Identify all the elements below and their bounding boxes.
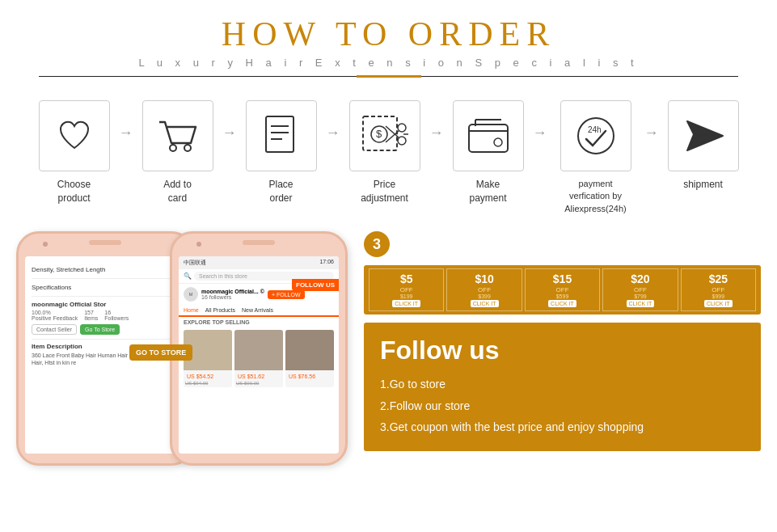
phone2-nav: Home All Products New Arrivals — [179, 305, 339, 317]
arrow-6: → — [644, 100, 659, 141]
step-choose-product: Chooseproduct — [30, 100, 119, 205]
header: HOW TO ORDER L u x u r y H a i r E x t e… — [0, 0, 777, 82]
coupon4-click[interactable]: CLICK IT — [627, 300, 655, 307]
phone2-avatar: M — [184, 287, 198, 302]
step-label-5: Makepayment — [469, 178, 506, 205]
phone2-product-2-info: US $51.62 US $90.00 — [234, 370, 283, 387]
step3-number: 3 — [364, 231, 390, 257]
step-label-6: paymentverfication byAliexpress(24h) — [564, 178, 626, 215]
phone1-row1-label: Density, Stretched Length — [32, 266, 105, 273]
phone2-oldprice-2: US $90.00 — [236, 381, 281, 386]
phone2-nav-products[interactable]: All Products — [205, 305, 235, 315]
phone2-product-3: US $76.56 — [285, 330, 334, 387]
arrow-5: → — [533, 100, 547, 141]
phone2-follow-btn[interactable]: + FOLLOW — [268, 290, 305, 299]
phone1-store-stats: 100.0%Positive Feedback 157Items 16Follo… — [32, 310, 179, 321]
phone2-carrier: 中国联通 — [184, 259, 206, 267]
phone1-goto-btn[interactable]: Go To Store — [80, 324, 120, 335]
coupon-3: $15 OFF $599 CLICK IT — [525, 268, 600, 311]
step-label-4: Priceadjustment — [361, 178, 408, 205]
wallet-icon — [467, 116, 509, 155]
coupon1-off: OFF — [400, 286, 413, 293]
step-label-3: Placeorder — [268, 178, 293, 205]
phone2-store-name: moonmagic Official... © — [201, 289, 264, 294]
phone2-time: 17:06 — [319, 259, 334, 267]
coupon2-threshold: $399 — [452, 293, 516, 299]
phone2-top-bar: 中国联通 17:06 — [179, 256, 339, 269]
follow-us-list: 1.Go to store 2.Follow our store 3.Get c… — [380, 374, 745, 438]
coupon-2: $10 OFF $399 CLICK IT — [446, 268, 522, 311]
phone1-store-info: moonmagic Official Stor 100.0%Positive F… — [32, 297, 179, 340]
step3-header: 3 — [364, 231, 761, 257]
follow-us-title: Follow us — [380, 336, 745, 365]
phone1-row2-label: Specifications — [32, 284, 71, 291]
arrow-3: → — [326, 100, 340, 141]
step-make-payment: Makepayment — [444, 100, 533, 205]
phone2-camera — [196, 242, 201, 247]
phone2-nav-home[interactable]: Home — [184, 305, 199, 317]
coupon-1: $5 OFF $199 CLICK IT — [369, 268, 444, 311]
arrow-4: → — [429, 100, 444, 141]
step-label-1: Chooseproduct — [57, 178, 91, 205]
phones-container: Density, Stretched Length › Specificatio… — [16, 231, 348, 466]
follow-us-item-2: 2.Follow our store — [380, 395, 745, 417]
svg-point-10 — [398, 137, 406, 145]
step-place-order: Placeorder — [237, 100, 326, 205]
right-section: 3 $5 OFF $199 CLICK IT $10 OFF $399 CLIC… — [364, 231, 761, 451]
phone2-oldprice-1: US $94.00 — [185, 381, 230, 386]
bottom-section: Density, Stretched Length › Specificatio… — [0, 223, 777, 474]
svg-point-0 — [170, 145, 176, 151]
step-label-7: shipment — [683, 178, 723, 192]
follow-us-item-3: 3.Get coupon with the best price and enj… — [380, 416, 745, 438]
go-to-store-badge[interactable]: GO TO STORE — [129, 344, 192, 361]
phone2-products: US $54.52 US $94.00 US $51.62 US $90.00 — [179, 327, 339, 390]
svg-point-15 — [494, 138, 502, 146]
main-title: HOW TO ORDER — [0, 15, 777, 53]
follow-us-item-1: 1.Go to store — [380, 374, 745, 395]
coupon2-off: OFF — [478, 286, 491, 293]
step-shipment: shipment — [659, 100, 748, 192]
phone2-button — [345, 282, 348, 298]
coupon2-click[interactable]: CLICK IT — [471, 300, 499, 307]
coupon-5: $25 OFF $999 CLICK IT — [681, 268, 756, 311]
phone1-followers: 16Followers — [104, 310, 129, 321]
svg-point-18 — [578, 118, 614, 154]
follow-us-banner: FOLLOW US — [292, 279, 339, 291]
coupon3-off: OFF — [556, 286, 569, 293]
phone1-notch — [89, 240, 121, 245]
coupon5-off: OFF — [712, 286, 724, 293]
divider-accent — [357, 75, 421, 78]
step-add-to-card: Add tocard — [133, 100, 222, 205]
step-icon-box-2 — [142, 100, 213, 171]
phone2-price-1: US $54.52 — [185, 372, 230, 381]
phone2-product-3-info: US $76.56 — [285, 370, 334, 382]
phone1-contact-btn[interactable]: Contact Seller — [32, 324, 77, 335]
step-icon-box-6: 24h — [560, 100, 631, 171]
coupon-4: $20 OFF $799 CLICK IT — [602, 268, 678, 311]
coupon2-amount: $10 — [452, 272, 516, 285]
coupon1-amount: $5 — [374, 272, 438, 285]
phone2-store-info: moonmagic Official... © 16 followers — [201, 289, 264, 300]
phone2-product-2: US $51.62 US $90.00 — [234, 330, 283, 387]
coupon1-click[interactable]: CLICK IT — [392, 300, 420, 307]
phone1-store-name: moonmagic Official Stor — [32, 301, 179, 308]
phone1-camera — [43, 242, 48, 247]
coupon5-click[interactable]: CLICK IT — [704, 300, 733, 307]
arrow-2: → — [222, 100, 237, 141]
step-price-adjustment: $ Priceadjustment — [340, 100, 429, 205]
svg-point-9 — [398, 124, 406, 132]
coupon3-click[interactable]: CLICK IT — [548, 300, 576, 307]
phone2-nav-arrivals[interactable]: New Arrivals — [242, 305, 273, 315]
phone2-product-img-2 — [234, 330, 283, 370]
phone1-buttons[interactable]: Contact Seller Go To Store — [32, 324, 179, 335]
phone1-items: 157Items — [84, 310, 98, 321]
steps-section: Chooseproduct → Add tocard → Placeorder … — [0, 82, 777, 223]
step-icon-box-7 — [668, 100, 739, 171]
subtitle: L u x u r y H a i r E x t e n s i o n S … — [0, 57, 777, 69]
coupons-bar: $5 OFF $199 CLICK IT $10 OFF $399 CLICK … — [364, 265, 761, 315]
svg-text:24h: 24h — [588, 125, 602, 134]
plane-icon — [681, 115, 726, 157]
coupon3-threshold: $599 — [530, 293, 594, 299]
coupon4-amount: $20 — [608, 272, 672, 285]
phone1-positive: 100.0%Positive Feedback — [32, 310, 78, 321]
